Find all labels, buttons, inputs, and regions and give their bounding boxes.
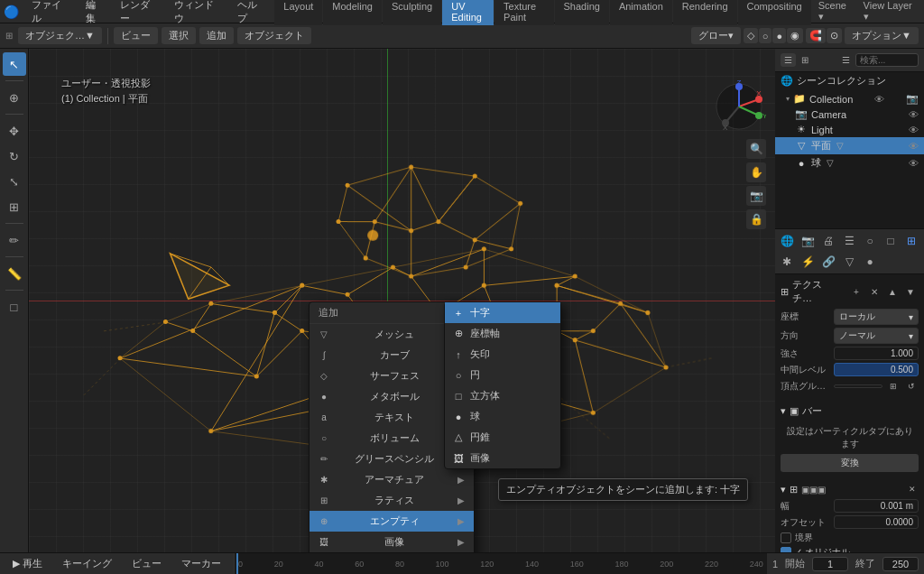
viewport-shading-solid[interactable]: ○ bbox=[759, 28, 772, 43]
vertex-options[interactable]: ⊞ bbox=[886, 379, 901, 393]
transform-btn[interactable]: 変換 bbox=[781, 454, 919, 472]
scene-selector[interactable]: Scene ▾ bbox=[818, 0, 853, 23]
outliner-camera[interactable]: 📷 Camera 👁 bbox=[775, 106, 924, 122]
props-constraints-icon[interactable]: 🔗 bbox=[818, 252, 838, 272]
tab-sculpting[interactable]: Sculpting bbox=[383, 0, 441, 25]
props-modifier-icon[interactable]: ⊞ bbox=[901, 231, 921, 251]
strength-value[interactable]: 1.000 bbox=[834, 347, 919, 360]
lock-to-object-btn[interactable]: 🔒 bbox=[746, 209, 766, 229]
tab-shading[interactable]: Shading bbox=[555, 0, 609, 25]
axis-gizmo[interactable]: X X Y Z bbox=[712, 79, 766, 134]
viewport[interactable]: X X Y Z 🔍 ✋ 📷 🔒 ユーザー・透視投影 (1) Collection… bbox=[29, 49, 775, 552]
submenu-sphere[interactable]: ● 球 bbox=[445, 406, 560, 427]
viewport-shading-material[interactable]: ● bbox=[772, 28, 786, 43]
select-menu[interactable]: 選択 bbox=[162, 27, 196, 44]
vertex-value[interactable] bbox=[834, 384, 882, 388]
outliner-tab[interactable]: ☰ bbox=[781, 53, 796, 67]
props-scene-icon[interactable]: 🌐 bbox=[777, 231, 797, 251]
snap-toggle[interactable]: 🧲 bbox=[806, 28, 826, 43]
timeline-area[interactable]: 0 20 40 60 80 100 120 140 160 180 200 22… bbox=[234, 553, 767, 575]
original-checkbox[interactable] bbox=[781, 547, 791, 552]
object-menu[interactable]: オブジェクト bbox=[237, 27, 311, 44]
menu-edit[interactable]: 編集 bbox=[79, 0, 112, 27]
rotate-tool[interactable]: ↻ bbox=[3, 144, 26, 168]
outliner-search[interactable] bbox=[855, 53, 919, 67]
dir-dropdown[interactable]: ノーマル ▾ bbox=[834, 328, 919, 344]
menu-help[interactable]: ヘルプ bbox=[230, 0, 273, 27]
offset-value[interactable]: 0.0000 bbox=[834, 515, 919, 529]
texture-remove-btn[interactable]: ✕ bbox=[866, 283, 882, 300]
submenu-circle[interactable]: ○ 円 bbox=[445, 365, 560, 385]
add-menu[interactable]: 追加 bbox=[199, 27, 234, 44]
transform-tool[interactable]: ⊞ bbox=[3, 195, 26, 218]
view-layer-selector[interactable]: View Layer ▾ bbox=[864, 0, 917, 23]
frame-current-input[interactable] bbox=[812, 557, 848, 571]
vertex-clear[interactable]: ↺ bbox=[904, 379, 919, 393]
move-tool[interactable]: ✥ bbox=[3, 119, 26, 143]
outliner-light[interactable]: ☀ Light 👁 bbox=[775, 122, 924, 137]
options-btn[interactable]: オプション▼ bbox=[845, 27, 919, 44]
hand-tool-btn[interactable]: ✋ bbox=[746, 162, 766, 182]
cursor-tool[interactable]: ⊕ bbox=[3, 86, 26, 109]
outliner-plane[interactable]: ▽ 平面 ▽ 👁 bbox=[775, 137, 924, 154]
tab-layout[interactable]: Layout bbox=[274, 0, 322, 25]
glow-toggle[interactable]: グロー▾ bbox=[691, 27, 741, 44]
tab-compositing[interactable]: Compositing bbox=[738, 0, 811, 25]
submenu-arrow[interactable]: ↑ 矢印 bbox=[445, 344, 560, 365]
props-particles-icon[interactable]: ✱ bbox=[777, 252, 797, 272]
context-item-armature[interactable]: ✱ アーマチュア ▶ bbox=[310, 469, 474, 490]
props-object-icon[interactable]: □ bbox=[881, 231, 901, 251]
texture-move-up[interactable]: ▲ bbox=[884, 283, 901, 300]
play-btn[interactable]: ▶ 再生 bbox=[5, 555, 50, 572]
submenu-cube[interactable]: □ 立方体 bbox=[445, 385, 560, 406]
collection-visibility[interactable]: 👁 bbox=[874, 94, 884, 105]
keying-btn[interactable]: キーイング bbox=[55, 555, 119, 572]
bevel-close[interactable]: ✕ bbox=[906, 483, 919, 495]
props-physics-icon[interactable]: ⚡ bbox=[798, 252, 818, 272]
measure-tool[interactable]: 📏 bbox=[3, 262, 26, 285]
menu-render[interactable]: レンダー bbox=[113, 0, 165, 27]
texture-add-btn[interactable]: + bbox=[848, 283, 864, 300]
blender-logo[interactable]: 🔵 bbox=[4, 5, 19, 19]
select-tool[interactable]: ↖ bbox=[3, 52, 26, 76]
collection-render[interactable]: 📷 bbox=[906, 93, 919, 105]
props-material-icon[interactable]: ● bbox=[860, 252, 880, 272]
proportional-edit[interactable]: ⊙ bbox=[827, 28, 842, 43]
submenu-cross[interactable]: + 十字 bbox=[445, 302, 560, 323]
camera-visibility[interactable]: 👁 bbox=[909, 109, 919, 120]
camera-view-btn[interactable]: 📷 bbox=[746, 186, 766, 206]
context-item-image[interactable]: 🖼 画像 ▶ bbox=[310, 532, 474, 552]
props-render-icon[interactable]: 📷 bbox=[798, 231, 818, 251]
viewport-shading-wire[interactable]: ◇ bbox=[744, 28, 758, 43]
view-menu[interactable]: ビュー bbox=[114, 27, 158, 44]
tab-texture-paint[interactable]: Texture Paint bbox=[494, 0, 553, 25]
context-item-empty[interactable]: ⊕ エンプティ ▶ bbox=[310, 511, 474, 532]
sphere-visibility[interactable]: 👁 bbox=[909, 158, 919, 169]
texture-move-down[interactable]: ▼ bbox=[902, 283, 919, 300]
zoom-in-btn[interactable]: 🔍 bbox=[746, 139, 766, 159]
plane-visibility[interactable]: 👁 bbox=[909, 141, 919, 152]
tab-animation[interactable]: Animation bbox=[610, 0, 672, 25]
submenu-image[interactable]: 🖼 画像 bbox=[445, 448, 560, 468]
props-data-icon[interactable]: ▽ bbox=[839, 252, 859, 272]
props-world-icon[interactable]: ○ bbox=[860, 231, 880, 251]
tab-rendering[interactable]: Rendering bbox=[673, 0, 737, 25]
light-visibility[interactable]: 👁 bbox=[909, 125, 919, 135]
tab-modeling[interactable]: Modeling bbox=[323, 0, 382, 25]
boundary-checkbox[interactable] bbox=[781, 532, 791, 543]
properties-tab[interactable]: ⊞ bbox=[798, 53, 812, 67]
frame-end-input[interactable] bbox=[882, 557, 919, 571]
mid-value[interactable]: 0.500 bbox=[834, 363, 919, 376]
props-output-icon[interactable]: 🖨 bbox=[818, 231, 838, 251]
submenu-cone[interactable]: △ 円錐 bbox=[445, 427, 560, 448]
object-mode-dropdown[interactable]: オブジェク…▼ bbox=[18, 27, 102, 44]
props-view-layer-icon[interactable]: ☰ bbox=[839, 231, 859, 251]
add-cube-tool[interactable]: □ bbox=[3, 295, 26, 319]
width-value[interactable]: 0.001 m bbox=[834, 499, 919, 513]
outliner-collection[interactable]: ▾ 📁 Collection 👁 📷 bbox=[775, 91, 924, 106]
menu-file[interactable]: ファイル bbox=[24, 0, 77, 27]
menu-window[interactable]: ウィンドウ bbox=[167, 0, 228, 27]
scale-tool[interactable]: ⤡ bbox=[3, 170, 26, 193]
context-item-lattice[interactable]: ⊞ ラティス ▶ bbox=[310, 490, 474, 511]
outliner-filter-btn[interactable]: ☰ bbox=[838, 53, 854, 67]
